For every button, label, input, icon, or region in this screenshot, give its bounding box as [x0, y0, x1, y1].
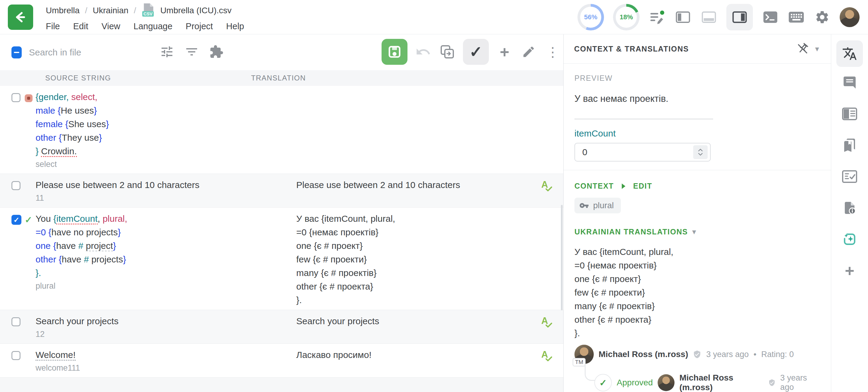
- breadcrumb-file[interactable]: Umbrella (ICU).csv: [160, 6, 231, 15]
- row-checkbox[interactable]: [11, 351, 21, 360]
- layout-left-panel-icon[interactable]: [675, 9, 691, 26]
- translation-column-header[interactable]: TRANSLATION: [251, 74, 306, 82]
- svg-text:CSV: CSV: [144, 12, 153, 17]
- menu-edit[interactable]: Edit: [73, 22, 88, 31]
- verified-shield-icon: [768, 379, 775, 387]
- row-checkbox[interactable]: [11, 181, 21, 190]
- settings-gear-icon[interactable]: [814, 9, 831, 26]
- breadcrumb-separator: /: [134, 6, 136, 15]
- breadcrumb-language[interactable]: Ukrainian: [93, 6, 128, 15]
- qa-check-passed-icon[interactable]: A: [541, 179, 555, 194]
- approval-time: 3 years ago: [780, 373, 820, 392]
- menu-language[interactable]: Language: [133, 22, 173, 31]
- rail-comments-tab[interactable]: [836, 69, 863, 96]
- string-key-tag[interactable]: plural: [575, 198, 621, 213]
- rail-tasks-tab[interactable]: [836, 163, 863, 190]
- string-key: welcome111: [36, 362, 295, 374]
- row-checkbox[interactable]: [11, 317, 21, 326]
- approval-row[interactable]: ✓ Approved Michael Ross (m.ross) 3 years…: [594, 373, 820, 392]
- check-icon: ✓: [469, 43, 483, 61]
- undo-button[interactable]: [415, 43, 432, 60]
- table-row[interactable]: Welcome!welcome111 Ласкаво просимо! A: [0, 344, 563, 378]
- translation-author-row[interactable]: TM Michael Ross (m.ross) 3 years ago • R…: [575, 345, 820, 364]
- rail-ai-assistant-tab[interactable]: [836, 226, 863, 253]
- keyboard-shortcuts-icon[interactable]: [788, 9, 805, 26]
- author-avatar[interactable]: TM: [575, 345, 594, 364]
- context-edit-link[interactable]: EDIT: [633, 182, 652, 190]
- preview-section: PREVIEW У вас немає проектів. itemCount …: [564, 64, 831, 170]
- translations-header[interactable]: UKRAINIAN TRANSLATIONS: [575, 227, 688, 236]
- plus-icon: +: [845, 262, 855, 279]
- menu-file[interactable]: File: [46, 22, 60, 31]
- context-label[interactable]: CONTEXT: [575, 182, 614, 190]
- layout-right-panel-icon-active[interactable]: [726, 4, 753, 30]
- layout-bottom-panel-icon[interactable]: [701, 9, 717, 26]
- tune-filters-icon[interactable]: [159, 44, 175, 60]
- table-row-selected[interactable]: ✓ ✓ You {itemCount, plural,=0 {have no p…: [0, 207, 563, 310]
- select-all-checkbox[interactable]: [11, 46, 22, 59]
- scrollbar-thumb[interactable]: [561, 205, 563, 311]
- file-info-icon: [842, 201, 857, 215]
- console-icon[interactable]: [762, 9, 779, 26]
- table-row[interactable]: Search your projects12 Search your proje…: [0, 310, 563, 344]
- csv-file-icon: CSV: [142, 3, 155, 19]
- unpin-panel-icon[interactable]: [794, 40, 811, 57]
- table-row[interactable]: Please use between 2 and 10 characters11…: [0, 174, 563, 207]
- approve-check-button[interactable]: ✓: [463, 39, 489, 65]
- search-input[interactable]: [29, 46, 150, 59]
- plugins-puzzle-icon[interactable]: [209, 44, 224, 60]
- back-arrow-icon: [13, 9, 28, 25]
- table-row[interactable]: {gender, select,male {He uses}female {Sh…: [0, 86, 563, 174]
- row-checkbox[interactable]: [11, 93, 21, 102]
- translations-chevron-icon[interactable]: ▾: [692, 227, 696, 236]
- translate-icon: [842, 46, 857, 61]
- string-key: select: [36, 158, 295, 170]
- menu-view[interactable]: View: [101, 22, 120, 31]
- approval-progress-ring[interactable]: 18%: [613, 4, 640, 30]
- variable-value-input[interactable]: 0: [575, 143, 711, 162]
- activity-icon[interactable]: [649, 9, 665, 26]
- panel-header: CONTEXT & TRANSLATIONS ▾: [564, 34, 831, 64]
- menu-help[interactable]: Help: [226, 22, 244, 31]
- qa-check-passed-icon[interactable]: A: [541, 316, 555, 330]
- rail-terms-tab[interactable]: [836, 101, 863, 127]
- edit-string-button[interactable]: [520, 43, 537, 60]
- approved-label: Approved: [617, 378, 653, 388]
- source-string-column-header[interactable]: SOURCE STRING: [0, 74, 251, 82]
- breadcrumb-separator: /: [85, 6, 87, 15]
- approver-name[interactable]: Michael Ross (m.ross): [679, 373, 763, 392]
- more-options-button[interactable]: ⋮: [544, 43, 561, 60]
- rail-bookmarks-tab[interactable]: [836, 132, 863, 159]
- content-area: ✓ + ⋮ SOURCE STRING TRANSLATION: [0, 34, 868, 392]
- rail-translations-tab[interactable]: [836, 40, 863, 67]
- bookmarks-icon: [842, 138, 857, 153]
- save-button[interactable]: [381, 39, 407, 65]
- copy-source-button[interactable]: [439, 43, 456, 60]
- breadcrumb-project[interactable]: Umbrella: [46, 6, 80, 15]
- approver-avatar[interactable]: [658, 374, 675, 391]
- comment-icon: [842, 75, 857, 90]
- user-avatar[interactable]: [840, 7, 860, 27]
- translation-progress-ring[interactable]: 56%: [578, 4, 604, 30]
- rail-file-info-tab[interactable]: [836, 195, 863, 221]
- menu-project[interactable]: Project: [186, 22, 213, 31]
- meta-dot: •: [753, 350, 756, 359]
- panel-collapse-chevron[interactable]: ▾: [811, 40, 823, 57]
- approved-check-pill: ✓: [594, 374, 612, 391]
- back-button[interactable]: [8, 4, 33, 30]
- variable-value[interactable]: 0: [575, 147, 693, 157]
- row-checkbox-checked[interactable]: ✓: [11, 215, 22, 225]
- side-icon-rail: +: [831, 34, 868, 392]
- filter-icon[interactable]: [184, 44, 199, 60]
- verified-shield-icon: [693, 350, 701, 359]
- context-expand-arrow[interactable]: [622, 184, 625, 189]
- number-stepper[interactable]: [693, 145, 708, 159]
- qa-check-passed-icon[interactable]: A: [541, 349, 555, 364]
- tm-badge: TM: [572, 358, 586, 366]
- string-list: {gender, select,male {He uses}female {Sh…: [0, 86, 563, 392]
- rail-add-panel-button[interactable]: +: [836, 257, 863, 284]
- add-string-button[interactable]: +: [496, 43, 513, 60]
- translation-time: 3 years ago: [706, 350, 749, 359]
- crowdin-editor: Umbrella / Ukrainian / CSV Umbrella (ICU…: [0, 0, 868, 392]
- author-name[interactable]: Michael Ross (m.ross): [598, 350, 688, 359]
